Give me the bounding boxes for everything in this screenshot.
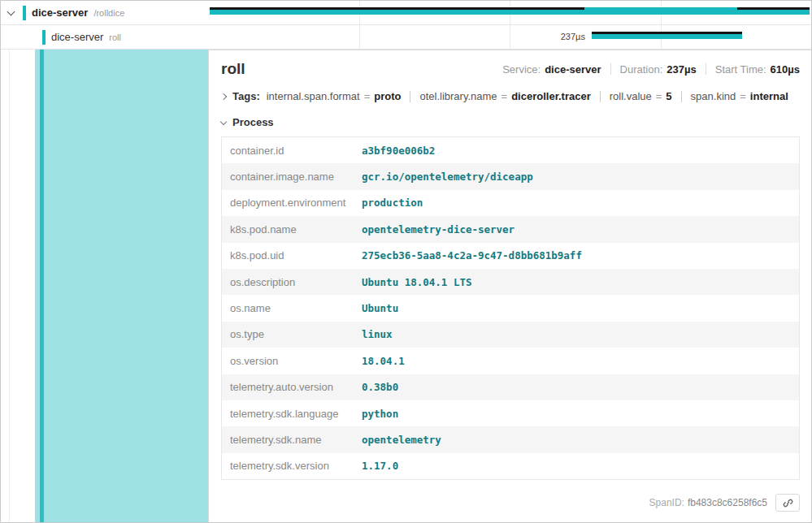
process-row: telemetry.sdk.version1.17.0	[222, 453, 799, 479]
span-meta: Service: dice-server Duration: 237µs Sta…	[502, 63, 800, 76]
kv-value: linux	[362, 328, 393, 340]
tag-value: proto	[374, 90, 401, 102]
spanid-value: fb483c8c6258f6c5	[688, 497, 767, 508]
copy-deep-link-button[interactable]	[775, 494, 800, 512]
divider	[681, 91, 682, 102]
span-duration-label: 237µs	[561, 32, 585, 41]
critical-path-segment	[737, 7, 810, 10]
kv-value: python	[362, 408, 398, 420]
tag-key: span.kind	[691, 90, 736, 102]
chevron-right-icon[interactable]	[220, 93, 227, 99]
process-row: os.nameUbuntu	[222, 295, 799, 321]
critical-path-segment	[210, 7, 584, 10]
selected-span-highlight[interactable]	[35, 50, 208, 522]
start-time-label: Start Time:	[715, 63, 766, 76]
kv-key: deployment.environment	[222, 197, 362, 209]
kv-value: production	[362, 197, 423, 209]
kv-value: 18.04.1	[362, 355, 405, 367]
duration-label: Duration:	[620, 63, 663, 76]
tag-item: roll.value = 5	[610, 90, 672, 102]
kv-value: opentelemetry-dice-server	[362, 223, 515, 236]
tag-equals: =	[502, 90, 508, 102]
span-row-root[interactable]: dice-server /rolldice	[1, 1, 811, 25]
kv-value: opentelemetry	[362, 434, 441, 446]
process-row: telemetry.sdk.nameopentelemetry	[222, 426, 799, 452]
operation-name: /rolldice	[93, 8, 124, 18]
kv-value: Ubuntu	[362, 302, 398, 314]
link-icon	[782, 497, 794, 509]
span-name-root[interactable]: dice-server /rolldice	[1, 1, 208, 24]
tree-gutter	[1, 50, 35, 522]
tag-value: 5	[666, 90, 671, 102]
spanid-label: SpanID:	[649, 497, 684, 508]
tag-equals: =	[364, 90, 371, 102]
tag-value: diceroller.tracer	[511, 90, 591, 102]
divider	[410, 91, 410, 102]
span-color-indicator	[23, 6, 26, 20]
tags-label: Tags:	[232, 90, 260, 102]
grid-tick	[510, 25, 510, 49]
chevron-down-icon[interactable]	[220, 118, 227, 124]
span-detail-panel: roll Service: dice-server Duration: 237µ…	[208, 50, 811, 522]
divider	[600, 91, 601, 102]
process-row: telemetry.sdk.languagepython	[222, 400, 799, 426]
service-name: dice-server	[51, 31, 103, 43]
span-color-indicator	[42, 30, 46, 45]
process-label: Process	[232, 116, 274, 128]
timeline-roll: 237µs	[208, 25, 811, 49]
process-row: telemetry.auto.version0.38b0	[222, 374, 799, 400]
divider	[610, 63, 611, 75]
span-name-roll[interactable]: dice-server roll	[1, 25, 208, 49]
tag-item: otel.library.name = diceroller.tracer	[419, 90, 590, 102]
kv-key: telemetry.sdk.language	[222, 408, 362, 420]
process-row: deployment.environmentproduction	[222, 190, 799, 216]
kv-value: gcr.io/opentelemetry/diceapp	[362, 171, 533, 183]
span-bar-root[interactable]	[210, 7, 810, 15]
jaeger-trace-detail-view: dice-server /rolldice dice-server roll 2…	[0, 0, 812, 523]
service-label: Service:	[502, 63, 541, 76]
process-kv-table: container.ida3bf90e006b2 container.image…	[221, 136, 800, 480]
service-value: dice-server	[545, 63, 601, 76]
span-detail-footer: SpanID: fb483c8c6258f6c5	[221, 486, 800, 516]
process-row: os.descriptionUbuntu 18.04.1 LTS	[222, 269, 799, 295]
process-row: k8s.pod.nameopentelemetry-dice-server	[222, 216, 799, 242]
service-name: dice-server	[32, 6, 88, 19]
span-color-stripe	[40, 50, 44, 522]
tag-item: span.kind = internal	[691, 90, 788, 102]
span-title: roll	[221, 60, 245, 78]
process-accordion[interactable]: Process	[221, 116, 800, 128]
span-row-roll[interactable]: dice-server roll 237µs	[1, 25, 811, 50]
detail-row: roll Service: dice-server Duration: 237µ…	[1, 50, 811, 522]
chevron-down-icon[interactable]	[7, 7, 15, 15]
process-row: container.image.namegcr.io/opentelemetry…	[222, 163, 799, 189]
operation-name: roll	[109, 32, 121, 42]
kv-key: os.version	[222, 355, 362, 367]
kv-key: telemetry.auto.version	[222, 381, 362, 393]
duration-value: 237µs	[667, 63, 696, 76]
kv-key: telemetry.sdk.version	[222, 460, 362, 472]
kv-key: k8s.pod.name	[222, 223, 362, 236]
kv-key: os.name	[222, 302, 362, 314]
kv-value: 275ecb36-5aa8-4c2a-9c47-d8bb681b9aff	[362, 249, 582, 262]
tag-item: internal.span.format = proto	[267, 90, 402, 102]
kv-value: 1.17.0	[362, 460, 398, 472]
tags-accordion[interactable]: Tags: internal.span.format = proto otel.…	[221, 90, 800, 102]
kv-value: a3bf90e006b2	[362, 145, 435, 157]
kv-key: k8s.pod.uid	[222, 249, 362, 262]
kv-key: os.type	[222, 328, 362, 340]
kv-value: 0.38b0	[362, 381, 398, 393]
timeline-root	[208, 1, 811, 24]
critical-path-segment	[592, 32, 742, 34]
grid-tick	[359, 25, 360, 49]
tag-equals: =	[656, 90, 662, 102]
tag-equals: =	[740, 90, 746, 102]
span-bar-roll[interactable]	[592, 32, 742, 39]
start-time-value: 610µs	[771, 63, 800, 76]
process-row: os.typelinux	[222, 322, 799, 348]
tag-key: internal.span.format	[267, 90, 360, 102]
process-row: os.version18.04.1	[222, 348, 799, 374]
kv-key: os.description	[222, 276, 362, 288]
kv-value: Ubuntu 18.04.1 LTS	[362, 276, 471, 288]
tag-key: otel.library.name	[419, 90, 497, 102]
kv-key: telemetry.sdk.name	[222, 434, 362, 446]
